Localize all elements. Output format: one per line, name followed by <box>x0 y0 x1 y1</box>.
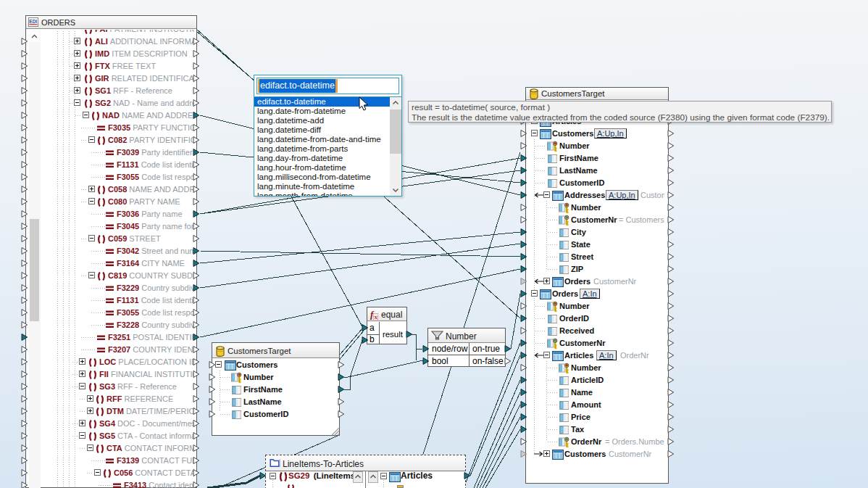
svg-text:EDI: EDI <box>29 19 37 24</box>
